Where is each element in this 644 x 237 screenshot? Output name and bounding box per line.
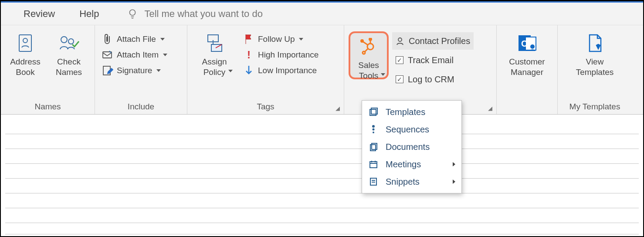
person-icon [396, 37, 404, 45]
low-importance-button[interactable]: Low Importance [241, 63, 321, 78]
arrow-down-icon [243, 65, 254, 76]
svg-point-25 [373, 132, 374, 133]
group-my-templates: View Templates My Templates [558, 25, 632, 114]
view-templates-button[interactable]: View Templates [566, 31, 623, 78]
follow-up-button[interactable]: Follow Up [241, 31, 321, 47]
address-book-button[interactable]: Address Book [5, 31, 45, 78]
check-names-icon [58, 32, 80, 54]
menu-documents-label: Documents [386, 142, 430, 152]
sales-tools-button[interactable]: Sales Tools [349, 31, 389, 79]
signature-icon [102, 65, 113, 76]
caret-icon [299, 38, 303, 41]
menu-snippets[interactable]: Snippets [362, 173, 461, 190]
signature-label: Signature [117, 66, 152, 75]
menu-meetings-label: Meetings [386, 159, 421, 169]
ribbon-tabs: Review Help Tell me what you want to do [1, 3, 643, 25]
follow-up-label: Follow Up [258, 34, 295, 44]
email-body[interactable] [1, 115, 643, 237]
checkbox-checked-icon: ✓ [396, 75, 403, 83]
svg-rect-28 [370, 162, 377, 168]
dialog-launcher-icon[interactable]: ◢ [334, 105, 341, 112]
log-to-crm-label: Log to CRM [408, 74, 454, 85]
attach-file-button[interactable]: Attach File [99, 31, 170, 47]
documents-icon [368, 142, 379, 152]
calendar-icon [368, 159, 379, 169]
menu-templates-label: Templates [386, 107, 425, 117]
svg-point-24 [373, 129, 375, 131]
attach-item-label: Attach Item [117, 50, 159, 60]
menu-snippets-label: Snippets [386, 177, 420, 187]
svg-point-2 [23, 38, 27, 43]
track-email-toggle[interactable]: ✓ Track Email [392, 51, 474, 69]
svg-point-9 [367, 44, 373, 50]
menu-documents[interactable]: Documents [362, 138, 461, 156]
svg-point-23 [372, 125, 375, 128]
group-include: Attach File Attach Item [95, 25, 187, 114]
group-tags: Assign Policy Follow Up ! High Importanc… [187, 25, 344, 114]
contact-profiles-button[interactable]: Contact Profiles [392, 32, 474, 50]
group-my-templates-label: My Templates [562, 102, 627, 114]
menu-sequences-label: Sequences [386, 125, 429, 135]
svg-rect-5 [103, 52, 112, 58]
paperclip-icon [102, 34, 113, 45]
snippets-icon [368, 176, 379, 187]
check-names-label: Check Names [56, 57, 82, 78]
svg-text:C: C [521, 39, 527, 48]
caret-icon [228, 70, 233, 72]
svg-point-15 [363, 51, 365, 54]
group-names: Address Book Check Names Names [1, 25, 95, 114]
low-importance-label: Low Importance [258, 66, 317, 75]
check-names-button[interactable]: Check Names [49, 31, 89, 78]
sequences-icon [368, 124, 379, 135]
track-email-label: Track Email [408, 55, 454, 65]
signature-button[interactable]: Signature [99, 63, 170, 78]
submenu-arrow-icon [453, 179, 455, 184]
dialog-launcher-icon[interactable]: ◢ [487, 105, 494, 112]
exclamation-icon: ! [243, 49, 254, 61]
group-tags-label: Tags [192, 102, 339, 114]
templates-icon [368, 107, 379, 117]
address-book-label: Address Book [10, 57, 41, 78]
menu-meetings[interactable]: Meetings [362, 156, 461, 173]
caret-icon [156, 69, 161, 72]
attach-item-icon [102, 49, 113, 61]
submenu-arrow-icon [453, 162, 455, 166]
contact-profiles-label: Contact Profiles [409, 36, 470, 46]
sales-tools-menu: Templates Sequences Documents Meetings [362, 100, 462, 193]
caret-icon [381, 73, 385, 76]
group-names-label: Names [5, 102, 90, 114]
customer-manager-button[interactable]: C Customer Manager [501, 31, 553, 78]
template-icon [584, 32, 606, 54]
checkbox-checked-icon: ✓ [396, 56, 403, 64]
group-include-label: Include [99, 102, 183, 114]
menu-sequences[interactable]: Sequences [362, 121, 461, 138]
assign-policy-button[interactable]: Assign Policy [194, 31, 234, 73]
hubspot-icon [358, 36, 380, 58]
high-importance-label: High Importance [258, 50, 319, 60]
caret-icon [163, 54, 167, 56]
svg-point-3 [61, 37, 67, 43]
address-book-icon [14, 32, 36, 54]
flag-icon [243, 34, 254, 45]
tell-me-label: Tell me what you want to do [144, 8, 262, 20]
ribbon: Address Book Check Names Names [1, 25, 643, 115]
group-customer-manager: C Customer Manager [497, 25, 558, 114]
high-importance-button[interactable]: ! High Importance [241, 47, 321, 63]
tab-help[interactable]: Help [76, 6, 102, 22]
svg-point-13 [361, 40, 363, 42]
attach-item-button[interactable]: Attach Item [99, 47, 170, 63]
lightbulb-icon [127, 8, 138, 20]
tab-review[interactable]: Review [20, 6, 58, 22]
menu-templates[interactable]: Templates [362, 103, 461, 121]
sales-tools-label: Sales Tools [358, 60, 379, 81]
log-to-crm-toggle[interactable]: ✓ Log to CRM [392, 71, 474, 88]
assign-policy-label: Assign Policy [202, 57, 227, 78]
group-cm-label [501, 102, 553, 114]
caret-icon [160, 38, 165, 41]
svg-point-4 [68, 39, 74, 44]
svg-point-20 [530, 44, 535, 49]
attach-file-label: Attach File [117, 34, 156, 44]
tell-me-search[interactable]: Tell me what you want to do [127, 8, 262, 20]
view-templates-label: View Templates [576, 57, 614, 78]
customer-manager-icon: C [516, 32, 538, 54]
